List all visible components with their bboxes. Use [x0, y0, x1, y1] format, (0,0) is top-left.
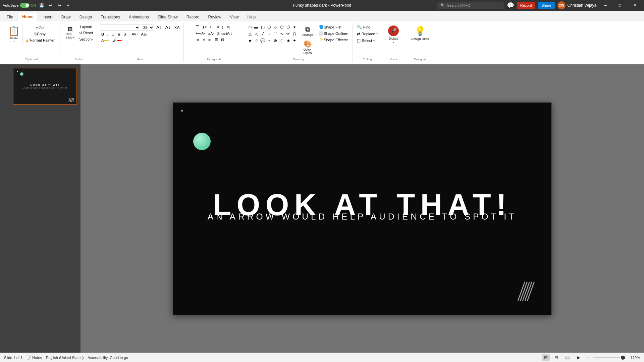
- change-case-button[interactable]: Aa ▾: [140, 32, 148, 37]
- decrease-indent-button[interactable]: ⇤: [208, 24, 214, 30]
- highlight-button[interactable]: 🖊 ▾: [112, 38, 124, 43]
- accessibility-label[interactable]: Accessibility: Good to go: [88, 356, 128, 360]
- justify-button[interactable]: ☰: [213, 37, 219, 43]
- shape-free[interactable]: ✏: [285, 31, 291, 37]
- paste-button[interactable]: 📋 Paste ▾: [5, 24, 23, 44]
- zoom-level[interactable]: 119%: [629, 356, 640, 360]
- new-slide-button[interactable]: 🖼 NewSlide ▾: [63, 25, 77, 41]
- increase-font-button[interactable]: A↑: [155, 24, 163, 31]
- tab-slideshow[interactable]: Slide Show: [154, 13, 182, 21]
- tab-animations[interactable]: Animations: [125, 13, 153, 21]
- autosave-toggle-switch[interactable]: [20, 3, 30, 8]
- strikethrough-button[interactable]: S: [116, 32, 121, 37]
- tab-review[interactable]: Review: [204, 13, 225, 21]
- maximize-button[interactable]: □: [614, 0, 626, 11]
- tab-draw[interactable]: Draw: [57, 13, 75, 21]
- slideshow-button[interactable]: ▶: [575, 354, 582, 361]
- shape-call[interactable]: 💬: [260, 38, 266, 44]
- customize-button[interactable]: ▾: [64, 1, 72, 9]
- shape-hept[interactable]: ⬡: [285, 24, 291, 30]
- shape-snip[interactable]: ⬡: [266, 24, 272, 30]
- increase-indent-button[interactable]: ⇥: [214, 24, 220, 30]
- slide-subtitle[interactable]: AN ARROW WOULD HELP AUDIENCE TO SPOT IT: [208, 212, 517, 222]
- columns-button[interactable]: ⫿: [220, 24, 225, 30]
- undo-button[interactable]: ↩: [47, 1, 55, 9]
- user-avatar[interactable]: CW: [557, 1, 566, 9]
- shape-effects-button[interactable]: ✨ Shape Effects ▾: [318, 37, 349, 43]
- shadow-button[interactable]: S: [122, 32, 127, 37]
- tab-help[interactable]: Help: [244, 13, 260, 21]
- tab-transitions[interactable]: Transitions: [97, 13, 124, 21]
- tab-record[interactable]: Record: [182, 13, 204, 21]
- shape-more[interactable]: ▾: [291, 24, 298, 30]
- shape-misc2[interactable]: ✦: [291, 38, 298, 44]
- italic-button[interactable]: I: [106, 32, 110, 37]
- slide-canvas[interactable]: LOOK AT THAT! AN ARROW WOULD HELP AUDIEN…: [173, 102, 552, 315]
- copy-button[interactable]: ⎘ Copy: [24, 31, 56, 37]
- save-button[interactable]: 💾: [38, 1, 46, 9]
- autosave-toggle[interactable]: AutoSave ON: [3, 3, 36, 8]
- font-size-select[interactable]: 28: [141, 24, 154, 31]
- shape-outline-button[interactable]: ⬜ Shape Outline ▾: [318, 31, 350, 36]
- tab-design[interactable]: Design: [75, 13, 96, 21]
- bold-button[interactable]: B: [100, 32, 105, 37]
- text-direction-button[interactable]: ⟵A ▾: [195, 31, 206, 36]
- char-spacing-button[interactable]: AV ▾: [130, 32, 139, 37]
- replace-button[interactable]: ⇄ Replace ▾: [356, 31, 379, 37]
- slide-circle-shape[interactable]: [193, 133, 211, 150]
- quick-styles-button[interactable]: 🎨 QuickStyles: [300, 39, 315, 56]
- layout-button[interactable]: Layout ▾: [78, 24, 94, 29]
- slide-sorter-button[interactable]: ⊟: [552, 354, 560, 361]
- share-button[interactable]: Share: [538, 2, 554, 9]
- underline-button[interactable]: U: [110, 32, 116, 37]
- shape-diamond[interactable]: ◇: [272, 24, 278, 30]
- clear-format-button[interactable]: ✕A: [173, 25, 181, 31]
- dictate-button[interactable]: 🎤 Dictate ▾: [385, 24, 402, 45]
- shape-rect2[interactable]: ▬: [253, 24, 259, 30]
- shape-fill-button[interactable]: 🪣 Shape Fill ▾: [318, 24, 343, 30]
- align-text-button[interactable]: ≡A ▾: [207, 31, 216, 36]
- canvas-area[interactable]: LOOK AT THAT! AN ARROW WOULD HELP AUDIEN…: [80, 64, 644, 353]
- section-button[interactable]: Section ▾: [78, 37, 94, 42]
- align-center-button[interactable]: ≡: [201, 37, 206, 43]
- reset-button[interactable]: ↺ Reset: [78, 30, 94, 36]
- shape-eq[interactable]: ≈: [266, 38, 272, 44]
- shape-rect[interactable]: ▭: [247, 24, 253, 30]
- justify2-button[interactable]: ⊟: [220, 37, 225, 43]
- notes-button[interactable]: 📝 Notes: [26, 355, 42, 360]
- shape-misc1[interactable]: ◈: [285, 38, 291, 44]
- numbering-button[interactable]: 1≡: [201, 24, 208, 30]
- line-spacing-button[interactable]: ≡↕: [225, 24, 232, 30]
- record-button[interactable]: Record: [517, 2, 535, 9]
- font-name-select[interactable]: [100, 24, 140, 31]
- shape-rounded[interactable]: ▢: [260, 24, 266, 30]
- comment-icon[interactable]: 💬: [507, 2, 514, 9]
- tab-insert[interactable]: Insert: [39, 13, 57, 21]
- search-box[interactable]: 🔍 Search (Alt+Q): [437, 2, 504, 9]
- shape-star[interactable]: ★: [247, 38, 253, 44]
- redo-button[interactable]: ↪: [55, 1, 63, 9]
- shape-brace[interactable]: {}: [291, 31, 298, 37]
- slides-panel[interactable]: 1 LOOK AT THAT! AN ARROW WOULD HELP AUDI…: [0, 64, 80, 353]
- shape-rtri[interactable]: ◁: [253, 31, 259, 37]
- format-painter-button[interactable]: 🖌 Format Painter: [24, 37, 56, 44]
- smartart-button[interactable]: SmartArt: [216, 31, 233, 36]
- shape-triangle[interactable]: △: [247, 31, 253, 37]
- arrange-button[interactable]: ⧉ Arrange: [300, 24, 315, 38]
- slide-thumbnail-1[interactable]: LOOK AT THAT! AN ARROW WOULD HELP AUDIEN…: [13, 68, 77, 105]
- close-button[interactable]: ✕: [629, 0, 641, 11]
- shape-arrow[interactable]: →: [266, 31, 272, 37]
- bullets-button[interactable]: ☰: [195, 24, 201, 30]
- zoom-out-button[interactable]: −: [585, 354, 592, 361]
- shape-plus[interactable]: ⊕: [272, 38, 278, 44]
- zoom-slider[interactable]: [593, 357, 620, 358]
- shape-spiral[interactable]: ◌: [279, 38, 285, 44]
- shape-curve[interactable]: ∿: [279, 31, 285, 37]
- tab-file[interactable]: File: [3, 13, 17, 21]
- font-color-button[interactable]: A ▾: [100, 38, 111, 43]
- language-label[interactable]: English (United States): [46, 356, 84, 360]
- shape-line[interactable]: ╱: [260, 31, 266, 37]
- find-button[interactable]: 🔍 Find: [356, 24, 379, 30]
- tab-view[interactable]: View: [226, 13, 243, 21]
- minimize-button[interactable]: ─: [599, 0, 611, 11]
